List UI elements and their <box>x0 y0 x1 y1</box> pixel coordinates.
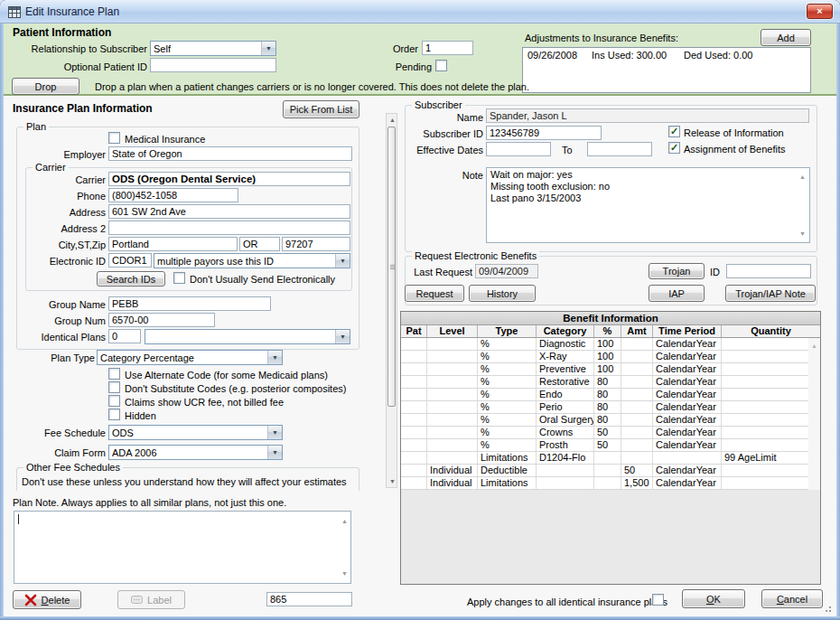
benefit-row[interactable]: % Crowns 50 CalendarYear <box>401 427 808 439</box>
employer-label: Employer <box>15 149 106 160</box>
cancel-button[interactable]: Cancel <box>761 589 823 608</box>
effective-from-input[interactable] <box>486 142 551 156</box>
benefit-row[interactable]: % Restorative 80 CalendarYear <box>401 376 808 389</box>
other-fee-schedules-warning: Don't use these unless you understand ho… <box>22 476 347 487</box>
scroll-up-icon[interactable]: ▲ <box>387 114 398 126</box>
payor-id-dropdown[interactable]: multiple payors use this ID ▼ <box>154 253 350 268</box>
window-border-right <box>836 23 840 616</box>
column-header[interactable]: Pat <box>401 325 427 337</box>
state-input[interactable] <box>239 237 280 251</box>
carrier-input[interactable] <box>108 172 350 186</box>
adjustment-row[interactable]: 09/26/2008 Ins Used: 300.00 Ded Used: 0.… <box>523 50 810 62</box>
ok-button[interactable]: OK <box>682 589 745 608</box>
hidden-checkbox[interactable] <box>108 409 120 420</box>
benefit-row[interactable]: % Prosth 50 CalendarYear <box>401 439 808 452</box>
add-button[interactable]: Add <box>761 29 811 46</box>
column-header[interactable]: Time Period <box>653 325 722 337</box>
trojan-id-input[interactable] <box>726 264 811 278</box>
benefit-row[interactable]: % Oral Surgery 80 CalendarYear <box>401 414 808 427</box>
subscriber-note-textarea[interactable]: Wait on major: yes Missing tooth exclusi… <box>486 167 810 243</box>
dont-substitute-codes-checkbox[interactable] <box>108 381 120 393</box>
column-header[interactable]: Quantity <box>722 325 820 337</box>
city-st-zip-label: City,ST,Zip <box>15 240 106 250</box>
apply-identical-plans-label: Apply changes to all identical insurance… <box>467 597 648 607</box>
group-num-label: Group Num <box>15 315 106 326</box>
label-button[interactable]: Label <box>117 590 185 609</box>
identical-plans-dropdown[interactable]: ▼ <box>145 329 350 344</box>
plan-note-textarea[interactable] <box>14 511 351 584</box>
fee-schedule-label: Fee Schedule <box>15 427 106 438</box>
group-name-input[interactable] <box>108 296 271 311</box>
medical-insurance-checkbox[interactable] <box>108 132 120 144</box>
delete-x-icon <box>24 594 37 606</box>
scroll-down-icon[interactable]: ▼ <box>339 568 350 579</box>
request-button[interactable]: Request <box>405 285 464 302</box>
history-button[interactable]: History <box>469 285 536 302</box>
benefit-row[interactable]: Individual Limitations 1,500 CalendarYea… <box>401 477 808 490</box>
identical-plans-label: Identical Plans <box>15 332 106 343</box>
title-bar[interactable]: Edit Insurance Plan × <box>0 0 840 23</box>
plan-panel-scrollbar-thumb[interactable] <box>387 127 396 407</box>
release-of-information-checkbox[interactable]: ✓ <box>668 126 680 137</box>
drop-button[interactable]: Drop <box>12 78 79 95</box>
scroll-down-icon[interactable]: ▼ <box>387 475 398 487</box>
dont-send-electronically-checkbox[interactable] <box>173 272 185 284</box>
benefit-table-scrollbar[interactable]: ▲ <box>808 338 820 490</box>
search-ids-button[interactable]: Search IDs <box>97 271 165 287</box>
benefit-row[interactable]: % Perio 80 CalendarYear <box>401 401 808 414</box>
claim-form-dropdown[interactable]: ADA 2006 ▼ <box>108 445 283 460</box>
benefit-row[interactable]: % Endo 80 CalendarYear <box>401 389 808 401</box>
city-input[interactable] <box>108 237 238 251</box>
pending-checkbox[interactable] <box>435 60 447 71</box>
trojan-button[interactable]: Trojan <box>649 263 705 279</box>
adjustments-listbox[interactable]: 09/26/2008 Ins Used: 300.00 Ded Used: 0.… <box>522 47 811 93</box>
electronic-id-input[interactable] <box>108 253 152 268</box>
subscriber-id-input[interactable] <box>486 126 602 140</box>
claims-ucr-fee-checkbox[interactable] <box>108 395 120 407</box>
plan-panel-scrollbar[interactable]: ▲ ▼ <box>386 113 397 488</box>
benefit-row[interactable]: Limitations D1204-Flo 99 AgeLimit <box>401 452 808 465</box>
fee-schedule-dropdown[interactable]: ODS ▼ <box>108 425 283 440</box>
column-header[interactable]: Category <box>537 325 594 337</box>
column-header[interactable]: Type <box>478 325 537 337</box>
plan-id-input[interactable] <box>266 592 352 606</box>
order-input[interactable] <box>422 41 473 55</box>
scroll-up-icon[interactable]: ▲ <box>808 340 820 352</box>
zip-input[interactable] <box>282 237 350 251</box>
assignment-of-benefits-checkbox[interactable]: ✓ <box>668 142 680 154</box>
address2-input[interactable] <box>108 221 350 235</box>
benefit-row[interactable]: % X-Ray 100 CalendarYear <box>401 351 808 363</box>
benefit-row[interactable]: % Preventive 100 CalendarYear <box>401 363 808 376</box>
scroll-up-icon[interactable]: ▲ <box>339 515 350 527</box>
identical-plans-input[interactable] <box>108 329 141 343</box>
address-input[interactable] <box>108 204 350 219</box>
chevron-down-icon: ▼ <box>335 330 350 343</box>
resize-grip[interactable] <box>825 606 832 613</box>
column-header[interactable]: Level <box>427 325 478 337</box>
benefit-row[interactable]: % Diagnostic 100 CalendarYear <box>401 338 808 351</box>
scroll-up-icon[interactable]: ▲ <box>797 171 808 183</box>
column-header[interactable]: % <box>594 325 621 337</box>
effective-dates-label: Effective Dates <box>402 145 483 155</box>
benefit-row[interactable]: Individual Deductible 50 CalendarYear <box>401 465 808 477</box>
adjustments-label: Adjustments to Insurance Benefits: <box>525 33 678 43</box>
iap-button[interactable]: IAP <box>649 285 705 302</box>
use-alternate-code-checkbox[interactable] <box>108 368 120 380</box>
column-header[interactable]: Amt <box>621 325 653 337</box>
other-fee-schedules-label: Other Fee Schedules <box>23 462 123 473</box>
optional-patient-id-input[interactable] <box>150 58 276 72</box>
effective-to-input[interactable] <box>587 142 652 156</box>
scroll-down-icon[interactable]: ▼ <box>797 228 808 240</box>
delete-button[interactable]: Delete <box>13 590 81 609</box>
pending-label: Pending <box>378 61 432 72</box>
trojan-iap-note-button[interactable]: Trojan/IAP Note <box>725 285 816 302</box>
relationship-dropdown[interactable]: Self ▼ <box>150 41 276 56</box>
phone-input[interactable] <box>108 188 238 202</box>
pick-from-list-button[interactable]: Pick From List <box>283 100 359 118</box>
employer-input[interactable] <box>108 146 352 161</box>
close-button[interactable]: × <box>807 4 833 19</box>
group-num-input[interactable] <box>108 313 215 327</box>
apply-identical-plans-checkbox[interactable] <box>652 594 664 606</box>
benefit-information-table: Benefit Information Pat Level Type Categ… <box>400 311 821 585</box>
plan-type-dropdown[interactable]: Category Percentage ▼ <box>97 350 283 365</box>
